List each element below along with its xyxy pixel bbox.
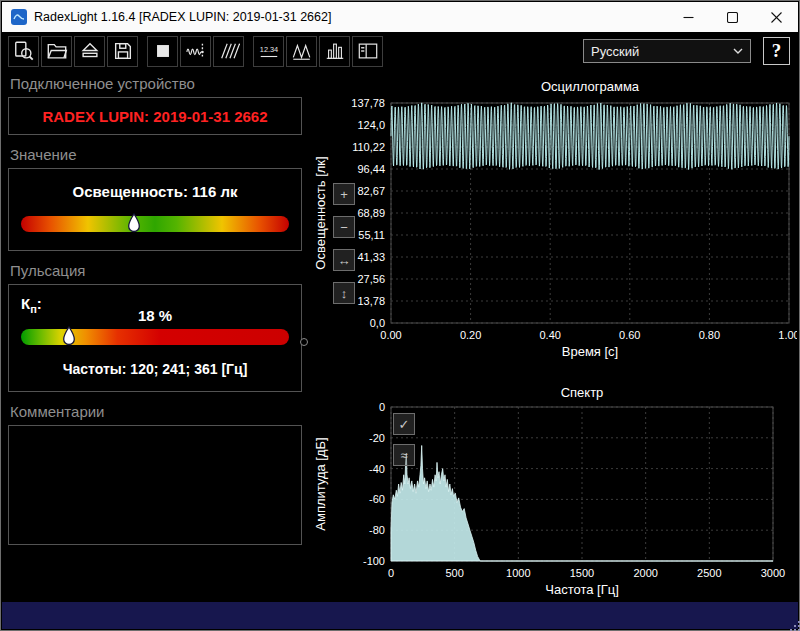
device-name-box: RADEX LUPIN: 2019-01-31 2662	[8, 97, 302, 135]
spectrum-chart[interactable]: 0-20-40-60-80-10005001000150020002500300…	[311, 383, 797, 599]
illuminance-marker	[127, 213, 140, 237]
close-button[interactable]	[754, 2, 798, 32]
fit-horizontal-button[interactable]: ↔	[333, 249, 355, 271]
stop-measurement-button[interactable]	[147, 36, 178, 67]
svg-text:110,22: 110,22	[352, 141, 385, 153]
svg-text:3000: 3000	[761, 567, 785, 579]
svg-text:Амплитуда [дБ]: Амплитуда [дБ]	[313, 437, 328, 530]
svg-text:0,0: 0,0	[370, 317, 385, 329]
illuminance-scale-bar	[21, 216, 289, 232]
app-icon	[11, 9, 27, 25]
value-section-label: Значение	[10, 146, 302, 163]
svg-text:0.80: 0.80	[699, 329, 720, 341]
maximize-button[interactable]	[710, 2, 754, 32]
stop-icon	[152, 40, 174, 62]
svg-text:68,89: 68,89	[357, 207, 385, 219]
toolbar: 12.34 Русский ?	[2, 32, 798, 70]
numeric-display-button[interactable]: 12.34	[253, 36, 284, 67]
svg-text:-60: -60	[369, 493, 385, 505]
value-box: Освещенность: 116 лк	[8, 168, 302, 251]
svg-text:2500: 2500	[697, 567, 721, 579]
continuous-measurement-button[interactable]	[213, 36, 244, 67]
help-button[interactable]: ?	[763, 37, 790, 65]
spectrum-controls: ✓≈	[393, 413, 415, 466]
svg-text:0.40: 0.40	[539, 329, 560, 341]
device-section-label: Подключенное устройство	[10, 75, 302, 92]
spectrum-icon	[324, 40, 346, 62]
svg-text:137,78: 137,78	[351, 97, 385, 109]
svg-text:-40: -40	[369, 463, 385, 475]
minimize-button[interactable]	[666, 2, 710, 32]
chevron-down-icon	[733, 48, 743, 54]
single-measurement-button[interactable]	[180, 36, 211, 67]
comments-input[interactable]	[9, 426, 301, 544]
app-window: RadexLight 1.16.4 [RADEX LUPIN: 2019-01-…	[0, 0, 800, 631]
panel-layout-button[interactable]	[352, 36, 383, 67]
comments-section-label: Комментарии	[10, 403, 302, 420]
svg-text:Время [с]: Время [с]	[562, 344, 618, 359]
folder-icon	[46, 40, 68, 62]
svg-text:2000: 2000	[633, 567, 657, 579]
svg-text:0.60: 0.60	[619, 329, 640, 341]
kp-value: 18 %	[21, 307, 289, 324]
zoom-in-button[interactable]: +	[333, 183, 355, 205]
svg-text:1500: 1500	[570, 567, 594, 579]
frequencies-line: Частоты: 120; 241; 361 [Гц]	[21, 361, 289, 377]
pulsation-section-label: Пульсация	[10, 262, 302, 279]
svg-text:500: 500	[445, 567, 463, 579]
left-panel: Подключенное устройство RADEX LUPIN: 201…	[8, 75, 302, 545]
pulsation-box: Кп: 18 % Частоты: 120; 241; 361 [Гц]	[8, 284, 302, 392]
svg-text:Частота [Гц]: Частота [Гц]	[545, 582, 619, 597]
language-select[interactable]: Русский	[583, 39, 751, 63]
oscillogram-controls: +−↔↕	[333, 183, 355, 304]
drop-icon	[63, 326, 76, 346]
wave-cursor-icon	[185, 40, 207, 62]
spectrum-view-button[interactable]	[319, 36, 350, 67]
svg-text:27,56: 27,56	[357, 273, 385, 285]
svg-text:0: 0	[379, 401, 385, 413]
splitter-handle[interactable]	[300, 338, 308, 346]
svg-text:0.20: 0.20	[460, 329, 481, 341]
svg-text:0.00: 0.00	[380, 329, 401, 341]
oscillogram-icon	[291, 40, 313, 62]
svg-text:-20: -20	[369, 432, 385, 444]
layout-icon	[357, 40, 379, 62]
zoom-out-button[interactable]: −	[333, 216, 355, 238]
open-file-button[interactable]	[41, 36, 72, 67]
svg-text:124,0: 124,0	[357, 119, 385, 131]
smoothing-toggle-button[interactable]: ≈	[393, 444, 415, 466]
save-icon	[112, 40, 134, 62]
multi-wave-icon	[218, 40, 240, 62]
eject-icon	[79, 40, 101, 62]
status-bar	[2, 602, 798, 629]
svg-text:96,44: 96,44	[357, 163, 385, 175]
language-value: Русский	[591, 44, 639, 59]
svg-text:1000: 1000	[506, 567, 530, 579]
svg-text:Спектр: Спектр	[561, 385, 604, 400]
svg-text:1.00: 1.00	[778, 329, 797, 341]
svg-text:Осциллограмма: Осциллограмма	[541, 79, 640, 94]
svg-text:82,67: 82,67	[357, 185, 385, 197]
eject-device-button[interactable]	[74, 36, 105, 67]
svg-text:Освещенность [лк]: Освещенность [лк]	[313, 156, 328, 269]
autoscale-toggle-button[interactable]: ✓	[393, 413, 415, 435]
save-file-button[interactable]	[107, 36, 138, 67]
pulsation-scale-bar	[21, 329, 289, 345]
fit-vertical-button[interactable]: ↕	[333, 282, 355, 304]
titlebar[interactable]: RadexLight 1.16.4 [RADEX LUPIN: 2019-01-…	[2, 2, 798, 32]
svg-text:-80: -80	[369, 524, 385, 536]
svg-text:13,78: 13,78	[357, 295, 385, 307]
oscillogram-chart[interactable]: 137,78124,0110,2296,4482,6768,8955,1141,…	[311, 77, 797, 369]
svg-text:41,33: 41,33	[357, 251, 385, 263]
numeric-display-icon: 12.34	[258, 40, 280, 62]
svg-text:-100: -100	[363, 555, 385, 567]
search-icon	[13, 40, 35, 62]
svg-text:12.34: 12.34	[259, 45, 277, 54]
pulsation-marker	[63, 326, 76, 350]
search-device-button[interactable]	[8, 36, 39, 67]
illuminance-reading: Освещенность: 116 лк	[21, 183, 289, 200]
device-name: RADEX LUPIN: 2019-01-31 2662	[42, 108, 267, 125]
drop-icon	[127, 213, 140, 233]
oscillogram-view-button[interactable]	[286, 36, 317, 67]
resize-grip[interactable]	[790, 621, 792, 623]
